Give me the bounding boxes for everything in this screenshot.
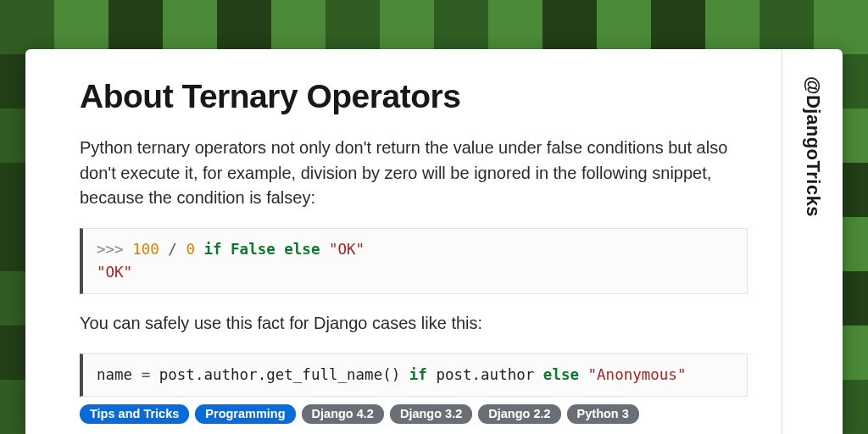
condition-post-author: post.author [436, 366, 534, 383]
tag-django-4-2[interactable]: Django 4.2 [302, 404, 384, 424]
author-handle: @DjangoTricks [802, 76, 824, 217]
article-title: About Ternary Operators [80, 78, 748, 115]
keyword-else-2: else [534, 366, 587, 383]
operator-assign: = [142, 366, 159, 383]
sidebar: @DjangoTricks [782, 49, 843, 434]
keyword-if: if [195, 241, 231, 258]
string-anonymous: "Anonymous" [588, 366, 687, 383]
article-card: About Ternary Operators Python ternary o… [25, 49, 843, 434]
keyword-else: else [275, 241, 329, 258]
tag-row: Tips and TricksProgrammingDjango 4.2Djan… [80, 404, 639, 424]
tag-tips-and-tricks[interactable]: Tips and Tricks [80, 404, 189, 424]
tag-python-3[interactable]: Python 3 [567, 404, 639, 424]
followup-paragraph: You can safely use this fact for Django … [80, 311, 748, 337]
code-snippet-1: >>> 100 / 0 if False else "OK" "OK" [80, 228, 748, 294]
article-main: About Ternary Operators Python ternary o… [25, 49, 782, 434]
keyword-if-2: if [400, 366, 436, 383]
literal-0: 0 [186, 241, 195, 258]
keyword-false: False [231, 241, 275, 258]
code-snippet-2: name = post.author.get_full_name() if po… [80, 353, 748, 397]
tag-django-2-2[interactable]: Django 2.2 [478, 404, 560, 424]
literal-100: 100 [132, 241, 159, 258]
identifier-name: name [97, 366, 142, 383]
tag-django-3-2[interactable]: Django 3.2 [390, 404, 472, 424]
operator-divide: / [159, 241, 186, 258]
output-ok: "OK" [97, 264, 132, 281]
tag-programming[interactable]: Programming [195, 404, 295, 424]
string-ok: "OK" [329, 241, 364, 258]
intro-paragraph: Python ternary operators not only don't … [80, 136, 748, 211]
call-get-full-name: post.author.get_full_name() [159, 366, 400, 383]
repl-prompt: >>> [97, 241, 132, 258]
